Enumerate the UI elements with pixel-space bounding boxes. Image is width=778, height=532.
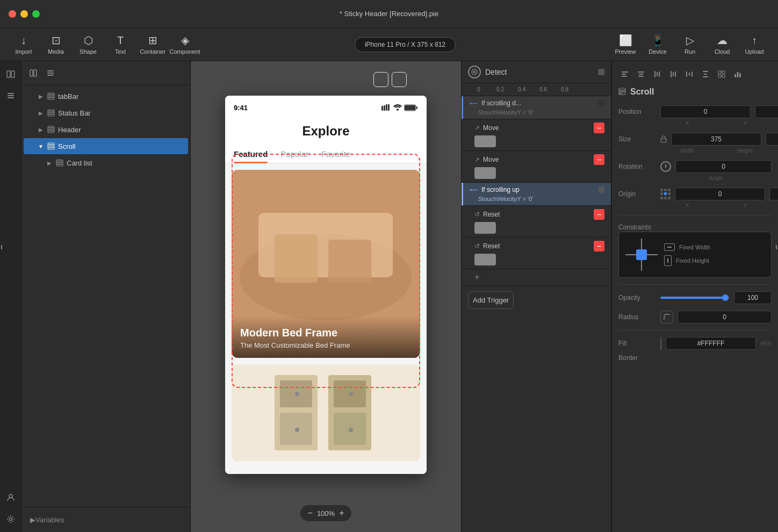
run-button[interactable]: ▷ Run bbox=[675, 32, 705, 57]
align-top-icon[interactable] bbox=[651, 68, 664, 81]
align-distribute-h-icon[interactable] bbox=[683, 68, 696, 81]
tab-favorite[interactable]: Favorite bbox=[321, 149, 350, 163]
settings-icon[interactable] bbox=[2, 511, 19, 528]
position-x-input[interactable] bbox=[660, 105, 751, 118]
sidebar-list-btn[interactable] bbox=[43, 66, 58, 81]
nav-forward-button[interactable]: → bbox=[392, 72, 407, 87]
align-chart-icon[interactable] bbox=[731, 68, 744, 81]
trigger-move2-label: Move bbox=[483, 156, 590, 163]
size-h-input[interactable] bbox=[766, 133, 778, 146]
media-button[interactable]: ⊡ Media bbox=[41, 32, 71, 57]
trigger-reset1-minus[interactable]: − bbox=[594, 209, 604, 220]
toggle-panel-icon[interactable] bbox=[2, 66, 19, 83]
tab-popular[interactable]: Popular bbox=[280, 149, 308, 163]
sidebar-collapse-btn[interactable] bbox=[26, 66, 41, 81]
align-middle-icon[interactable] bbox=[667, 68, 680, 81]
sidebar-item-tabbar[interactable]: ▶ tabBar bbox=[24, 88, 188, 104]
position-label: Position bbox=[618, 108, 656, 116]
fill-hex-label: HEX bbox=[760, 341, 772, 347]
origin-x-input[interactable] bbox=[675, 188, 765, 200]
align-distribute-v-icon[interactable] bbox=[699, 68, 712, 81]
upload-button[interactable]: ↑ Upload bbox=[739, 32, 769, 57]
toolbar: ↓ Import ⊡ Media ⬡ Shape T Text ⊞ Contai… bbox=[0, 28, 778, 61]
shape-button[interactable]: ⬡ Shape bbox=[73, 32, 103, 57]
layer-tree: ▶ tabBar ▶ bbox=[21, 85, 190, 507]
svg-rect-19 bbox=[48, 114, 54, 115]
trigger-move2-header: ↗ Move − bbox=[474, 154, 604, 165]
fill-property: Fill HEX Fill ✓ bbox=[618, 337, 772, 350]
component-button[interactable]: ◈ Component bbox=[170, 32, 200, 57]
svg-rect-87 bbox=[739, 73, 741, 77]
opacity-slider[interactable] bbox=[660, 297, 730, 299]
user-icon[interactable] bbox=[2, 489, 19, 506]
rotation-dial[interactable] bbox=[660, 161, 671, 172]
sidebar-item-cardlist[interactable]: ▶ Card list bbox=[24, 155, 188, 171]
tab-featured[interactable]: Featured bbox=[234, 149, 268, 163]
svg-rect-15 bbox=[48, 97, 54, 98]
origin-y-input[interactable] bbox=[769, 188, 778, 200]
fill-label: Fill bbox=[618, 340, 656, 347]
svg-rect-67 bbox=[639, 74, 643, 75]
cloud-label: Cloud bbox=[715, 48, 730, 55]
import-label: Import bbox=[15, 48, 32, 55]
fixed-width-option: Fixed Width bbox=[664, 243, 765, 251]
trigger-move2-color bbox=[474, 167, 496, 179]
trigger-reset2-minus[interactable]: − bbox=[594, 241, 604, 251]
phone-content: Modern Bed Frame The Most Customizable B… bbox=[225, 163, 427, 474]
svg-rect-14 bbox=[48, 96, 54, 97]
if-icon: ⟵ bbox=[470, 100, 478, 107]
zoom-level: 100% bbox=[317, 509, 335, 517]
rotation-input[interactable] bbox=[675, 160, 772, 173]
sidebar-toolbar bbox=[21, 61, 190, 85]
add-trigger-button[interactable]: Add Trigger bbox=[468, 291, 514, 309]
trigger-item-plus[interactable]: + bbox=[462, 269, 611, 286]
trigger-scrollup-dot bbox=[598, 186, 604, 193]
zoom-in-button[interactable]: + bbox=[339, 508, 344, 518]
svg-rect-84 bbox=[722, 75, 725, 77]
maximize-button[interactable] bbox=[32, 10, 40, 18]
position-y-label: Y bbox=[718, 120, 772, 126]
preview-button[interactable]: ⬜ Preview bbox=[610, 32, 640, 57]
close-button[interactable] bbox=[9, 10, 16, 18]
opacity-input[interactable] bbox=[734, 291, 772, 304]
left-icon-strip bbox=[0, 61, 21, 532]
card-bed: Modern Bed Frame The Most Customizable B… bbox=[232, 170, 420, 358]
sidebar-item-scroll[interactable]: ▼ Scroll bbox=[24, 138, 188, 154]
constraint-right-line bbox=[647, 254, 658, 255]
svg-rect-17 bbox=[48, 111, 54, 112]
layers-icon[interactable] bbox=[2, 87, 19, 104]
trigger-move1-minus[interactable]: − bbox=[594, 123, 604, 133]
size-w-input[interactable] bbox=[671, 133, 761, 146]
cloud-button[interactable]: ☁ Cloud bbox=[707, 32, 737, 57]
device-button[interactable]: 📱 Device bbox=[643, 32, 673, 57]
align-center-h-icon[interactable] bbox=[635, 68, 647, 81]
align-left-icon[interactable] bbox=[618, 68, 631, 81]
device-badge[interactable]: iPhone 11 Pro / X 375 x 812 bbox=[355, 37, 456, 52]
sidebar-item-statusbar[interactable]: ▶ Status Bar bbox=[24, 105, 188, 121]
position-y-input[interactable] bbox=[755, 105, 778, 118]
container-button[interactable]: ⊞ Container bbox=[138, 32, 168, 57]
fill-hex-input[interactable] bbox=[666, 337, 756, 350]
constraints-section: Constraints bbox=[618, 222, 772, 278]
fill-color-swatch[interactable] bbox=[660, 337, 661, 350]
svg-rect-63 bbox=[622, 71, 628, 73]
svg-rect-18 bbox=[48, 112, 54, 113]
svg-rect-0 bbox=[7, 71, 10, 77]
minimize-button[interactable] bbox=[20, 10, 28, 18]
variables-item[interactable]: ▶ Variables bbox=[26, 512, 186, 528]
nav-back-button[interactable]: ← bbox=[373, 72, 388, 87]
size-lock-icon[interactable] bbox=[660, 134, 667, 145]
svg-rect-76 bbox=[689, 73, 690, 76]
svg-rect-26 bbox=[48, 146, 54, 147]
trigger-move2-minus[interactable]: − bbox=[594, 154, 604, 165]
zoom-out-button[interactable]: − bbox=[308, 508, 313, 518]
svg-rect-30 bbox=[57, 162, 62, 163]
sidebar-item-header[interactable]: ▶ Header bbox=[24, 121, 188, 138]
svg-rect-2 bbox=[8, 93, 14, 94]
radius-input[interactable] bbox=[678, 311, 772, 323]
align-grid-icon[interactable] bbox=[715, 68, 728, 81]
text-button[interactable]: T Text bbox=[105, 32, 135, 57]
import-button[interactable]: ↓ Import bbox=[9, 32, 39, 57]
svg-rect-71 bbox=[659, 71, 660, 77]
origin-grid[interactable] bbox=[660, 189, 671, 199]
